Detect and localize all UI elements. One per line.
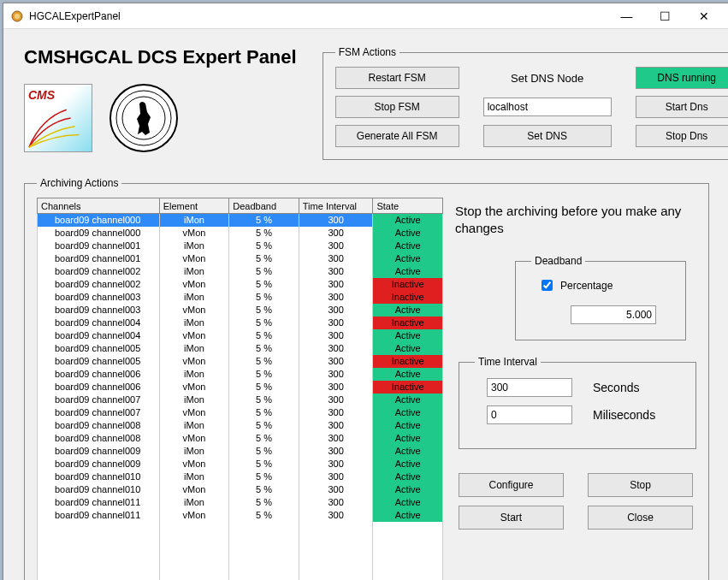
cell-state: Active — [373, 329, 443, 342]
stop-fsm-button[interactable]: Stop FSM — [335, 96, 459, 118]
cell-timeinterval: 300 — [299, 483, 373, 496]
table-row[interactable]: board09 channel010iMon5 %300Active — [38, 471, 443, 483]
table-row[interactable]: board09 channel000iMon5 %300Active — [38, 214, 443, 228]
table-row-empty — [38, 547, 443, 560]
cell-timeinterval: 300 — [299, 368, 373, 381]
start-archiving-button[interactable]: Start — [459, 506, 564, 530]
col-timeinterval[interactable]: Time Interval — [299, 198, 373, 214]
deadband-legend: Deadband — [531, 255, 585, 267]
table-row-empty — [38, 573, 443, 580]
percentage-checkbox[interactable] — [542, 280, 553, 291]
table-row[interactable]: board09 channel002iMon5 %300Active — [38, 265, 443, 278]
cell-element: iMon — [159, 342, 229, 355]
seconds-input[interactable] — [487, 378, 572, 397]
cell-element: iMon — [159, 291, 229, 304]
generate-all-fsm-button[interactable]: Generate All FSM — [335, 125, 459, 147]
table-row-empty — [38, 535, 443, 547]
col-deadband[interactable]: Deadband — [229, 198, 299, 214]
table-row[interactable]: board09 channel005vMon5 %300Inactive — [38, 355, 443, 368]
table-row[interactable]: board09 channel011iMon5 %300Active — [38, 496, 443, 509]
table-row[interactable]: board09 channel007iMon5 %300Active — [38, 394, 443, 406]
deadband-group: Deadband Percentage — [515, 255, 686, 340]
minimize-button[interactable]: — — [607, 4, 646, 28]
table-row-empty — [38, 560, 443, 573]
set-dns-button[interactable]: Set DNS — [483, 125, 612, 147]
app-window: HGCALExpertPanel — ☐ ✕ CMSHGCAL DCS Expe… — [3, 3, 728, 580]
archiving-legend: Archiving Actions — [37, 177, 121, 189]
table-row[interactable]: board09 channel004iMon5 %300Inactive — [38, 317, 443, 329]
cell-element: vMon — [159, 329, 229, 342]
cell-channel: board09 channel005 — [38, 342, 160, 355]
cell-timeinterval: 300 — [299, 265, 373, 278]
table-row[interactable]: board09 channel008vMon5 %300Active — [38, 432, 443, 445]
percentage-checkbox-label[interactable]: Percentage — [538, 277, 670, 293]
cell-state: Active — [373, 419, 443, 432]
cell-timeinterval: 300 — [299, 342, 373, 355]
milliseconds-input[interactable] — [487, 405, 572, 424]
university-seal-logo — [109, 84, 178, 152]
table-row[interactable]: board09 channel001iMon5 %300Active — [38, 240, 443, 252]
table-row[interactable]: board09 channel009vMon5 %300Active — [38, 458, 443, 471]
cell-channel: board09 channel006 — [38, 381, 160, 394]
table-row[interactable]: board09 channel006vMon5 %300Inactive — [38, 381, 443, 394]
cell-deadband: 5 % — [229, 445, 299, 458]
restart-fsm-button[interactable]: Restart FSM — [335, 67, 459, 89]
table-row[interactable]: board09 channel010vMon5 %300Active — [38, 483, 443, 496]
cell-element: vMon — [159, 381, 229, 394]
close-panel-button[interactable]: Close — [588, 506, 693, 530]
cell-element: vMon — [159, 278, 229, 291]
dns-host-input[interactable] — [483, 98, 612, 116]
cell-timeinterval: 300 — [299, 214, 373, 228]
table-row[interactable]: board09 channel003iMon5 %300Inactive — [38, 291, 443, 304]
cell-element: iMon — [159, 419, 229, 432]
cell-state: Active — [373, 496, 443, 509]
configure-button[interactable]: Configure — [459, 473, 564, 497]
col-state[interactable]: State — [373, 198, 443, 214]
table-row[interactable]: board09 channel002vMon5 %300Inactive — [38, 278, 443, 291]
dns-running-status[interactable]: DNS running — [636, 67, 728, 89]
table-row[interactable]: board09 channel006iMon5 %300Active — [38, 368, 443, 381]
table-row[interactable]: board09 channel011vMon5 %300Active — [38, 509, 443, 522]
cell-timeinterval: 300 — [299, 304, 373, 317]
archiving-actions-group: Archiving Actions Channels Element Deadb… — [24, 177, 709, 580]
cell-deadband: 5 % — [229, 509, 299, 522]
cell-timeinterval: 300 — [299, 509, 373, 522]
cell-state: Active — [373, 304, 443, 317]
cell-state: Inactive — [373, 317, 443, 329]
cell-channel: board09 channel009 — [38, 445, 160, 458]
cell-deadband: 5 % — [229, 342, 299, 355]
table-row[interactable]: board09 channel007vMon5 %300Active — [38, 406, 443, 419]
deadband-value-input[interactable] — [571, 305, 656, 324]
cell-channel: board09 channel011 — [38, 509, 160, 522]
cell-channel: board09 channel001 — [38, 252, 160, 265]
cell-channel: board09 channel009 — [38, 458, 160, 471]
col-element[interactable]: Element — [159, 198, 229, 214]
cell-element: vMon — [159, 458, 229, 471]
stop-archiving-button[interactable]: Stop — [588, 473, 693, 497]
table-row[interactable]: board09 channel001vMon5 %300Active — [38, 252, 443, 265]
table-row-empty — [38, 522, 443, 535]
cell-element: vMon — [159, 509, 229, 522]
table-row[interactable]: board09 channel004vMon5 %300Active — [38, 329, 443, 342]
maximize-button[interactable]: ☐ — [646, 4, 684, 28]
cell-timeinterval: 300 — [299, 471, 373, 483]
table-row[interactable]: board09 channel008iMon5 %300Active — [38, 419, 443, 432]
cell-channel: board09 channel003 — [38, 304, 160, 317]
start-dns-button[interactable]: Start Dns — [636, 96, 728, 118]
cell-channel: board09 channel004 — [38, 329, 160, 342]
cell-deadband: 5 % — [229, 458, 299, 471]
table-row[interactable]: board09 channel000vMon5 %300Active — [38, 227, 443, 240]
stop-dns-button[interactable]: Stop Dns — [636, 125, 728, 147]
table-row[interactable]: board09 channel005iMon5 %300Active — [38, 342, 443, 355]
table-row[interactable]: board09 channel003vMon5 %300Active — [38, 304, 443, 317]
cell-state: Active — [373, 458, 443, 471]
channels-table[interactable]: Channels Element Deadband Time Interval … — [37, 198, 443, 580]
col-channels[interactable]: Channels — [38, 198, 160, 214]
svg-point-1 — [15, 14, 20, 19]
cell-state: Inactive — [373, 291, 443, 304]
cell-timeinterval: 300 — [299, 394, 373, 406]
close-window-button[interactable]: ✕ — [684, 4, 723, 28]
table-row[interactable]: board09 channel009iMon5 %300Active — [38, 445, 443, 458]
cell-channel: board09 channel000 — [38, 214, 160, 228]
cell-timeinterval: 300 — [299, 252, 373, 265]
